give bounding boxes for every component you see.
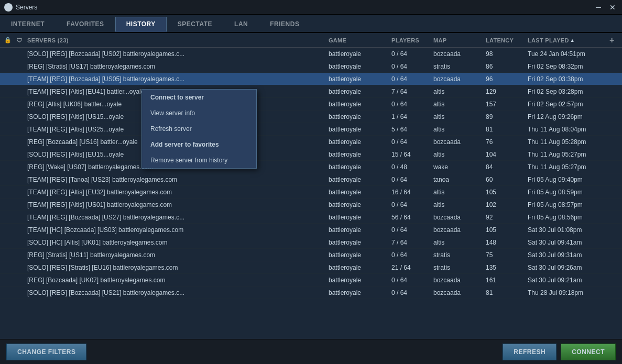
table-row[interactable]: [REG] [Altis] [UK06] battler...oyale bat… bbox=[0, 98, 622, 111]
context-menu-item-remove_history[interactable]: Remove server from history bbox=[142, 152, 256, 168]
row-map: tanoa bbox=[431, 176, 484, 183]
header-game[interactable]: GAME bbox=[326, 37, 389, 43]
header-add[interactable]: + bbox=[609, 36, 620, 45]
row-latency: 76 bbox=[484, 138, 526, 146]
table-row[interactable]: [REG] [Stratis] [US17] battleroyalegames… bbox=[0, 60, 622, 73]
row-latency: 129 bbox=[484, 88, 526, 95]
row-lastplayed: Fri 05 Aug 08:57pm bbox=[526, 201, 609, 208]
header-vac-icon[interactable]: 🛡 bbox=[14, 37, 25, 43]
row-players: 0 / 64 bbox=[389, 63, 431, 70]
row-lastplayed: Fri 12 Aug 09:26pm bbox=[526, 113, 609, 120]
table-row[interactable]: [SOLO] [REG] [Altis] [US15...oyale battl… bbox=[0, 111, 622, 123]
table-row[interactable]: [SOLO] [REG] [Bozcaada] [US02] battleroy… bbox=[0, 48, 622, 60]
row-latency: 102 bbox=[484, 201, 526, 208]
row-latency: 148 bbox=[484, 239, 526, 246]
title-bar-left: Servers bbox=[4, 3, 37, 12]
row-game: battleroyale bbox=[326, 214, 389, 221]
minimize-button[interactable]: ─ bbox=[594, 3, 603, 12]
close-button[interactable]: ✕ bbox=[607, 3, 618, 12]
header-latency[interactable]: LATENCY bbox=[484, 37, 526, 43]
tab-internet[interactable]: INTERNET bbox=[0, 17, 56, 32]
header-players[interactable]: PLAYERS bbox=[389, 37, 431, 43]
row-lastplayed: Sat 30 Jul 09:21am bbox=[526, 277, 609, 284]
header-server[interactable]: SERVERS (23) bbox=[25, 37, 326, 43]
context-menu-item-connect[interactable]: Connect to server bbox=[142, 90, 256, 105]
connect-button[interactable]: CONNECT bbox=[561, 344, 616, 360]
row-latency: 104 bbox=[484, 151, 526, 158]
row-lastplayed: Sat 30 Jul 09:31am bbox=[526, 251, 609, 259]
row-server: [REG] [Bozcaada] [UK07] battleroyalegame… bbox=[25, 277, 326, 284]
table-row[interactable]: [TEAM] [REG] [Altis] [US01] battleroyale… bbox=[0, 198, 622, 211]
header-lock-icon[interactable]: 🔒 bbox=[2, 37, 14, 43]
sort-arrow-icon: ▲ bbox=[570, 38, 575, 43]
row-game: battleroyale bbox=[326, 88, 389, 95]
table-row[interactable]: [TEAM] [REG] [Bozcaada] [US05] battleroy… bbox=[0, 73, 622, 85]
row-latency: 135 bbox=[484, 264, 526, 271]
row-map: altis bbox=[431, 88, 484, 95]
table-row[interactable]: [TEAM] [HC] [Bozcaada] [US03] battleroya… bbox=[0, 224, 622, 236]
table-row[interactable]: [TEAM] [REG] [Tanoa] [US23] battleroyale… bbox=[0, 173, 622, 186]
tab-friends[interactable]: FRIENDS bbox=[259, 17, 310, 32]
row-game: battleroyale bbox=[326, 163, 389, 171]
row-server: [REG] [Stratis] [US17] battleroyalegames… bbox=[25, 63, 326, 70]
row-game: battleroyale bbox=[326, 189, 389, 196]
context-menu-item-refresh[interactable]: Refresh server bbox=[142, 121, 256, 137]
refresh-button[interactable]: REFRESH bbox=[503, 344, 556, 360]
context-menu-item-add_favorites[interactable]: Add server to favorites bbox=[142, 137, 256, 152]
row-map: bozcaada bbox=[431, 50, 484, 58]
table-row[interactable]: [SOLO] [REG] [Bozcaada] [US21] battleroy… bbox=[0, 286, 622, 299]
row-lastplayed: Sat 30 Jul 01:08pm bbox=[526, 226, 609, 234]
row-map: bozcaada bbox=[431, 138, 484, 146]
table-row[interactable]: [REG] [Bozcaada] [US16] battler...oyale … bbox=[0, 136, 622, 148]
tab-favorites[interactable]: FAVORITES bbox=[56, 17, 115, 32]
table-row[interactable]: [TEAM] [REG] [Altis] [EU32] battleroyale… bbox=[0, 186, 622, 198]
table-row[interactable]: [SOLO] [REG] [Altis] [EU15...oyale battl… bbox=[0, 148, 622, 161]
table-row[interactable]: [TEAM] [REG] [Bozcaada] [US27] battleroy… bbox=[0, 211, 622, 224]
context-menu-item-view[interactable]: View server info bbox=[142, 105, 256, 121]
row-map: bozcaada bbox=[431, 289, 484, 296]
row-players: 0 / 64 bbox=[389, 251, 431, 259]
table-row[interactable]: [TEAM] [REG] [Altis] [EU41] battler...oy… bbox=[0, 85, 622, 98]
add-column-icon[interactable]: + bbox=[609, 36, 615, 45]
header-lastplayed[interactable]: LAST PLAYED ▲ bbox=[526, 37, 609, 43]
table-row[interactable]: [SOLO] [REG] [Stratis] [EU16] battleroya… bbox=[0, 261, 622, 274]
row-map: stratis bbox=[431, 63, 484, 70]
row-server: [TEAM] [REG] [Bozcaada] [US27] battleroy… bbox=[25, 214, 326, 221]
row-map: altis bbox=[431, 189, 484, 196]
row-players: 0 / 64 bbox=[389, 75, 431, 83]
tab-history[interactable]: HISTORY bbox=[115, 17, 167, 32]
table-row[interactable]: [SOLO] [HC] [Altis] [UK01] battleroyaleg… bbox=[0, 236, 622, 249]
row-lastplayed: Tue 24 Jan 04:51pm bbox=[526, 50, 609, 58]
row-map: altis bbox=[431, 151, 484, 158]
row-latency: 84 bbox=[484, 163, 526, 171]
table-row[interactable]: [REG] [Stratis] [US11] battleroyalegames… bbox=[0, 249, 622, 261]
row-players: 16 / 64 bbox=[389, 189, 431, 196]
table-row[interactable]: [REG] [Wake] [US07] battleroyalegames.co… bbox=[0, 161, 622, 173]
tab-lan[interactable]: LAN bbox=[223, 17, 259, 32]
row-players: 15 / 64 bbox=[389, 151, 431, 158]
row-server: [SOLO] [HC] [Altis] [UK01] battleroyaleg… bbox=[25, 239, 326, 246]
row-lastplayed: Fri 05 Aug 09:40pm bbox=[526, 176, 609, 183]
row-lastplayed: Thu 28 Jul 09:18pm bbox=[526, 289, 609, 296]
row-server: [TEAM] [REG] [Tanoa] [US23] battleroyale… bbox=[25, 176, 326, 183]
row-lastplayed: Fri 02 Sep 03:28pm bbox=[526, 88, 609, 95]
row-game: battleroyale bbox=[326, 251, 389, 259]
tab-spectate[interactable]: SPECTATE bbox=[167, 17, 223, 32]
row-players: 1 / 64 bbox=[389, 113, 431, 120]
table-row[interactable]: [TEAM] [REG] [Altis] [US25...oyale battl… bbox=[0, 123, 622, 136]
row-server: [SOLO] [REG] [Stratis] [EU16] battleroya… bbox=[25, 264, 326, 271]
row-lastplayed: Fri 05 Aug 08:56pm bbox=[526, 214, 609, 221]
header-map[interactable]: MAP bbox=[431, 37, 484, 43]
row-latency: 75 bbox=[484, 251, 526, 259]
row-game: battleroyale bbox=[326, 226, 389, 234]
row-map: bozcaada bbox=[431, 226, 484, 234]
row-latency: 60 bbox=[484, 176, 526, 183]
row-game: battleroyale bbox=[326, 126, 389, 133]
row-server: [TEAM] [HC] [Bozcaada] [US03] battleroya… bbox=[25, 226, 326, 234]
table-row[interactable]: [REG] [Bozcaada] [UK07] battleroyalegame… bbox=[0, 274, 622, 286]
row-game: battleroyale bbox=[326, 239, 389, 246]
row-latency: 96 bbox=[484, 75, 526, 83]
change-filters-button[interactable]: CHANGE FILTERS bbox=[6, 344, 86, 360]
row-game: battleroyale bbox=[326, 176, 389, 183]
row-lastplayed: Thu 11 Aug 05:27pm bbox=[526, 163, 609, 171]
